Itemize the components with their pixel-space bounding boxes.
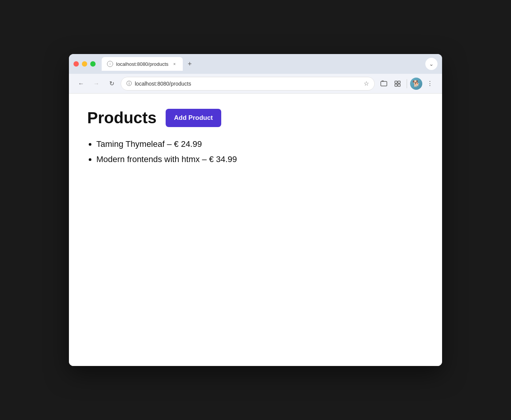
- avatar: 🐕: [410, 78, 422, 90]
- nav-divider: [407, 79, 407, 88]
- back-button[interactable]: ←: [75, 78, 87, 90]
- close-button[interactable]: [73, 61, 79, 67]
- address-text: localhost:8080/products: [135, 81, 361, 87]
- page-content: Products Add Product Taming Thymeleaf – …: [69, 94, 442, 366]
- minimize-button[interactable]: [82, 61, 87, 67]
- screenshot-button[interactable]: [378, 78, 390, 90]
- page-title: Products: [87, 109, 156, 127]
- nav-actions: 🐕 ⋮: [378, 78, 436, 90]
- maximize-button[interactable]: [90, 61, 96, 67]
- more-button[interactable]: ⋮: [424, 78, 436, 90]
- product-name: Modern frontends with htmx – € 34.99: [96, 154, 237, 164]
- tab-close-button[interactable]: ×: [171, 61, 177, 67]
- list-item: Modern frontends with htmx – € 34.99: [96, 154, 424, 164]
- tab-favicon-icon: i: [107, 61, 113, 67]
- traffic-lights: [73, 61, 96, 67]
- address-bar[interactable]: ⓘ localhost:8080/products ☆: [121, 77, 375, 91]
- profile-button[interactable]: 🐕: [410, 78, 422, 90]
- browser-window: i localhost:8080/products × + ⌄ ← → ↻ ⓘ …: [69, 54, 442, 366]
- forward-button[interactable]: →: [90, 78, 102, 90]
- bookmark-icon[interactable]: ☆: [364, 80, 369, 87]
- tab-bar: i localhost:8080/products × + ⌄: [102, 57, 438, 71]
- svg-rect-3: [398, 81, 400, 83]
- svg-rect-1: [382, 81, 383, 81]
- reload-button[interactable]: ↻: [105, 78, 118, 90]
- tab-dropdown-button[interactable]: ⌄: [425, 58, 438, 70]
- svg-rect-4: [395, 84, 397, 86]
- svg-rect-0: [381, 81, 387, 86]
- address-info-icon: ⓘ: [126, 80, 132, 87]
- product-name: Taming Thymeleaf – € 24.99: [96, 139, 202, 149]
- list-item: Taming Thymeleaf – € 24.99: [96, 139, 424, 149]
- page-header: Products Add Product: [87, 109, 424, 127]
- extension-button[interactable]: [391, 78, 404, 90]
- new-tab-button[interactable]: +: [184, 59, 195, 69]
- svg-rect-5: [398, 84, 400, 86]
- product-list: Taming Thymeleaf – € 24.99 Modern fronte…: [87, 139, 424, 164]
- title-bar: i localhost:8080/products × + ⌄: [69, 54, 442, 74]
- active-tab[interactable]: i localhost:8080/products ×: [102, 57, 183, 71]
- add-product-button[interactable]: Add Product: [166, 109, 221, 127]
- tab-title: localhost:8080/products: [116, 61, 168, 67]
- svg-rect-2: [395, 81, 397, 83]
- nav-bar: ← → ↻ ⓘ localhost:8080/products ☆: [69, 74, 442, 94]
